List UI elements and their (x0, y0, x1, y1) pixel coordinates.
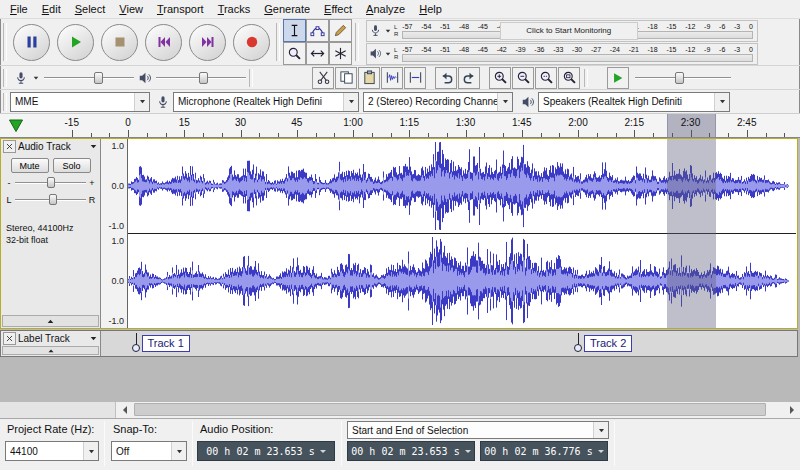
scroll-left-button[interactable] (116, 402, 132, 418)
menu-generate[interactable]: Generate (257, 1, 317, 17)
slider-knob[interactable] (199, 72, 208, 84)
scrollbar-thumb[interactable] (134, 403, 766, 416)
recording-channels-select[interactable]: 2 (Stereo) Recording Channels (363, 92, 513, 112)
copy-button[interactable] (335, 67, 357, 89)
close-track-button[interactable] (3, 332, 16, 345)
zoom-tool[interactable] (283, 42, 306, 65)
menu-help[interactable]: Help (412, 1, 449, 17)
input-volume-slider[interactable] (44, 69, 134, 87)
pause-button[interactable] (13, 24, 50, 61)
play-at-speed-button[interactable] (607, 67, 629, 89)
play-speed-slider[interactable] (635, 69, 731, 87)
menu-analyze[interactable]: Analyze (359, 1, 412, 17)
toolbar-grip[interactable] (249, 69, 253, 87)
track-menu-icon[interactable] (89, 142, 98, 151)
pan-knob[interactable] (49, 194, 57, 205)
chevron-down-icon[interactable] (134, 93, 149, 111)
toolbar-grip[interactable] (355, 23, 359, 61)
selection-tool[interactable] (283, 19, 306, 42)
toolbar-grip[interactable] (3, 93, 7, 111)
audio-host-select[interactable]: MME (10, 92, 150, 112)
scroll-right-button[interactable] (784, 402, 800, 418)
chevron-down-icon[interactable] (83, 442, 98, 460)
chevron-down-icon[interactable] (593, 422, 608, 438)
selection-end-display[interactable]: 00 h 02 m 36.776 s (480, 441, 608, 461)
chevron-down-icon[interactable] (32, 74, 40, 82)
menu-effect[interactable]: Effect (317, 1, 359, 17)
label-2[interactable]: Track 2 (584, 335, 632, 352)
stop-icon (112, 34, 128, 50)
track-title[interactable]: Audio Track (18, 141, 87, 152)
recording-meter[interactable]: LR -57-54-51-48-45-42-39-36-33-30-27-24-… (366, 20, 758, 42)
vertical-ruler[interactable]: 1.00.0-1.01.00.0-1.0 (101, 139, 128, 328)
label-track-content[interactable]: Track 1Track 2 (101, 331, 797, 356)
silence-audio-button[interactable] (404, 67, 426, 89)
gain-max-label: + (88, 178, 96, 188)
zoom-out-button[interactable] (512, 67, 534, 89)
menu-file[interactable]: File (3, 1, 35, 17)
monitor-hint[interactable]: Click to Start Monitoring (500, 22, 638, 40)
recording-device-select[interactable]: Microphone (Realtek High Defini (173, 92, 359, 112)
draw-tool[interactable] (329, 19, 352, 42)
snap-to-select[interactable]: Off (111, 441, 187, 461)
redo-button[interactable] (458, 67, 480, 89)
timeline-tick-label: 2:15 (625, 117, 644, 128)
scrollbar-track[interactable] (132, 402, 784, 418)
fit-selection-button[interactable] (535, 67, 557, 89)
chevron-down-icon[interactable] (384, 50, 392, 58)
chevron-down-icon[interactable] (343, 93, 358, 111)
stop-button[interactable] (101, 24, 138, 61)
selection-start-display[interactable]: 00 h 02 m 23.653 s (347, 441, 475, 461)
cut-button[interactable] (312, 67, 334, 89)
envelope-tool[interactable] (306, 19, 329, 42)
menu-select[interactable]: Select (68, 1, 113, 17)
solo-button[interactable]: Solo (53, 158, 91, 173)
playback-device-select[interactable]: Speakers (Realtek High Definiti (538, 92, 730, 112)
project-rate-select[interactable]: 44100 (5, 441, 99, 461)
toolbar-grip[interactable] (276, 23, 280, 61)
gain-knob[interactable] (47, 177, 55, 188)
gain-slider[interactable] (15, 176, 86, 190)
label-track-title[interactable]: Label Track (18, 333, 87, 344)
skip-to-end-button[interactable] (189, 24, 226, 61)
output-volume-slider[interactable] (156, 69, 246, 87)
label-1[interactable]: Track 1 (142, 335, 190, 352)
slider-knob[interactable] (675, 72, 684, 84)
timeline-ruler[interactable]: -1501530451:001:151:301:452:002:152:302:… (0, 114, 800, 137)
fit-project-button[interactable] (558, 67, 580, 89)
menu-edit[interactable]: Edit (35, 1, 68, 17)
chevron-down-icon[interactable] (497, 93, 512, 111)
slider-knob[interactable] (94, 72, 103, 84)
pan-slider[interactable] (15, 193, 86, 207)
chevron-down-icon[interactable] (714, 93, 729, 111)
label-handle[interactable] (132, 344, 140, 352)
skip-to-start-button[interactable] (145, 24, 182, 61)
zoom-in-button[interactable] (489, 67, 511, 89)
trim-audio-button[interactable] (381, 67, 403, 89)
menu-transport[interactable]: Transport (150, 1, 211, 17)
multi-tool[interactable] (329, 42, 352, 65)
toolbar-grip[interactable] (584, 69, 588, 87)
collapse-track-button[interactable] (2, 315, 99, 327)
playback-meter[interactable]: LR -57-54-51-48-45-42-39-36-33-30-27-24-… (366, 43, 758, 65)
play-icon (68, 34, 84, 50)
audio-position-display[interactable]: 00 h 02 m 23.653 s (197, 441, 335, 461)
collapse-track-button[interactable] (2, 346, 99, 355)
chevron-down-icon[interactable] (171, 442, 186, 460)
chevron-down-icon[interactable] (384, 27, 392, 35)
toolbar-grip[interactable] (3, 69, 7, 87)
play-button[interactable] (57, 24, 94, 61)
paste-button[interactable] (358, 67, 380, 89)
menu-tracks[interactable]: Tracks (211, 1, 258, 17)
undo-button[interactable] (435, 67, 457, 89)
record-button[interactable] (233, 24, 270, 61)
mute-button[interactable]: Mute (11, 158, 49, 173)
label-handle[interactable] (574, 344, 582, 352)
track-menu-icon[interactable] (89, 334, 98, 343)
time-shift-tool[interactable] (306, 42, 329, 65)
timeline-tick-label: 1:00 (343, 117, 362, 128)
selection-mode-select[interactable]: Start and End of Selection (347, 421, 609, 439)
toolbar-grip[interactable] (3, 23, 7, 61)
close-track-button[interactable] (3, 140, 16, 153)
menu-view[interactable]: View (112, 1, 150, 17)
